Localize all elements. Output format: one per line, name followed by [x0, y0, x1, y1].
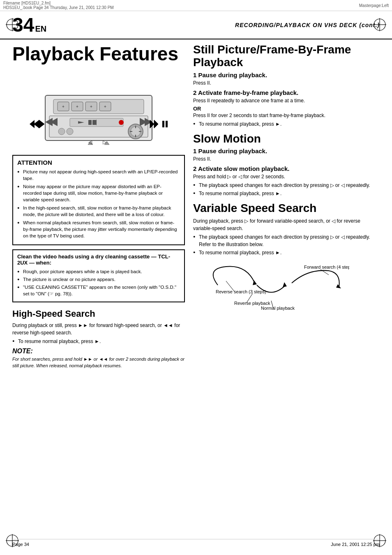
svg-text:+: + — [90, 104, 92, 109]
footer-right: June 21, 2001 12:25 pm — [331, 542, 380, 547]
filename-label: Filename [HDS1EU_2.fm] — [3, 1, 114, 5]
svg-point-34 — [67, 128, 73, 135]
still-step1-num: 1 — [193, 71, 196, 78]
header-bar: Filename [HDS1EU_2.fm] HDS1EU_.book Page… — [0, 0, 392, 11]
still-step1-body: Press II. — [193, 79, 380, 87]
still-step2-body1: Press II repeatedly to advance one frame… — [193, 97, 380, 104]
still-step2-num: 2 — [193, 89, 196, 96]
attention-list: Picture may not appear during high-speed… — [17, 168, 180, 240]
high-speed-search-section: High-Speed Search During playback or sti… — [12, 309, 185, 369]
clean-title: Clean the video heads using a dry cleani… — [17, 253, 180, 266]
still-step2: 2 Activate frame-by-frame playback. Pres… — [193, 89, 380, 128]
attention-item-1: Picture may not appear during high-speed… — [17, 168, 180, 182]
clean-item-1: Rough, poor picture appears while a tape… — [17, 268, 180, 275]
slow-step1-num: 1 — [193, 147, 196, 154]
hs-bullets: To resume normal playback, press ►. — [12, 338, 185, 345]
slow-step2-bullet-1: The playback speed changes for each dire… — [193, 182, 380, 189]
slow-step1: 1 Pause during playback. Press II. — [193, 147, 380, 163]
still-step1-heading: 1 Pause during playback. — [193, 71, 380, 78]
still-step2-label: Activate frame-by-frame playback. — [198, 89, 298, 96]
slow-step2-heading: 2 Activate slow motion playback. — [193, 165, 380, 172]
footer: Page 34 June 21, 2001 12:25 pm — [12, 539, 380, 547]
attention-box: ATTENTION Picture may not appear during … — [12, 155, 185, 245]
note-label: NOTE: — [12, 348, 185, 355]
still-picture-title: Still Picture/Frame-By-Frame Playback — [193, 44, 380, 69]
speed-svg: Reverse search (3 steps) Reverse playbac… — [193, 260, 349, 314]
slow-step2: 2 Activate slow motion playback. Press a… — [193, 165, 380, 197]
svg-marker-43 — [154, 120, 158, 128]
clean-item-3: "USE CLEANING CASSETTE" appears on the s… — [17, 284, 180, 297]
still-step2-bullets: To resume normal playback, press ►. — [193, 120, 380, 128]
clean-list: Rough, poor picture appears while a tape… — [17, 268, 180, 297]
still-step2-heading: 2 Activate frame-by-frame playback. — [193, 89, 380, 96]
reverse-playback-label: Reverse playback — [234, 301, 270, 306]
slow-step1-label: Pause during playback. — [198, 147, 267, 154]
footer-left: Page 34 — [12, 542, 29, 547]
svg-point-28 — [119, 120, 124, 125]
still-picture-section: Still Picture/Frame-By-Frame Playback 1 … — [193, 44, 380, 128]
page-header: 34EN RECORDING/PLAYBACK ON VHS DECK (con… — [0, 11, 392, 39]
hs-title: High-Speed Search — [12, 309, 185, 319]
slow-motion-title: Slow Motion — [193, 133, 380, 145]
hs-body: During playback or still, press ►► for f… — [12, 322, 185, 336]
variable-speed-bullet-2: To resume normal playback, press ►. — [193, 249, 380, 256]
slow-step2-bullets: The playback speed changes for each dire… — [193, 182, 380, 197]
vcr-diagram: + + + + — [29, 71, 168, 149]
reverse-search-label: Reverse search (3 steps) — [216, 289, 266, 294]
svg-point-33 — [58, 128, 65, 135]
svg-marker-45 — [30, 120, 35, 128]
note-body: For short searches, press and hold ►► or… — [12, 356, 185, 369]
svg-marker-53 — [336, 284, 341, 288]
attention-title: ATTENTION — [17, 159, 180, 166]
still-step1-label: Pause during playback. — [198, 71, 267, 78]
forward-search-label: Forward search (4 steps) — [304, 265, 349, 269]
variable-speed-bullet-1: The playback speed changes for each dire… — [193, 233, 380, 248]
page-header-title: RECORDING/PLAYBACK ON VHS DECK (cont.) — [235, 22, 380, 28]
variable-speed-bullets: The playback speed changes for each dire… — [193, 233, 380, 256]
masterpage-label: Masterpage:Left — [359, 3, 389, 8]
hs-bullet-1: To resume normal playback, press ►. — [12, 338, 185, 345]
svg-rect-47 — [166, 121, 168, 127]
svg-text:+: + — [104, 104, 106, 109]
header-left: Filename [HDS1EU_2.fm] HDS1EU_.book Page… — [3, 1, 114, 10]
slow-step2-label: Activate slow motion playback. — [198, 165, 290, 172]
attention-item-2: Noise may appear or the picture may appe… — [17, 183, 180, 203]
left-column: Playback Features + + + + — [12, 44, 185, 369]
attention-item-3: In the high-speed search, still, slow mo… — [17, 205, 180, 218]
header-right: Masterpage:Left — [359, 3, 389, 8]
page-num-digits: 34 — [12, 14, 34, 36]
normal-playback-label: Normal playback — [261, 306, 295, 311]
variable-speed-section: Variable Speed Search During playback, p… — [193, 202, 380, 314]
still-step2-bullet: To resume normal playback, press ►. — [193, 120, 380, 128]
main-content: Playback Features + + + + — [0, 39, 392, 373]
clean-item-2: The picture is unclear or no picture app… — [17, 276, 180, 283]
slow-step2-bullet-2: To resume normal playback, press ►. — [193, 190, 380, 197]
right-column: Still Picture/Frame-By-Frame Playback 1 … — [193, 44, 380, 369]
still-step2-body2: Press II for over 2 seconds to start fra… — [193, 112, 380, 119]
svg-rect-46 — [162, 121, 164, 127]
still-or-text: OR — [193, 106, 380, 112]
book-info-label: HDS1EU_.book Page 34 Thursday, June 21, … — [3, 5, 114, 10]
clean-box: Clean the video heads using a dry cleani… — [12, 249, 185, 302]
svg-text:◁: ◁ — [88, 139, 92, 145]
slow-motion-section: Slow Motion 1 Pause during playback. Pre… — [193, 133, 380, 198]
svg-marker-41 — [39, 120, 44, 128]
slow-step1-heading: 1 Pause during playback. — [193, 147, 380, 154]
vcr-image: + + + + — [29, 69, 168, 151]
svg-text:+: + — [76, 104, 78, 109]
slow-step2-num: 2 — [193, 165, 196, 172]
svg-text:+: + — [62, 104, 65, 109]
page-number: 34EN — [12, 14, 46, 36]
speed-diagram: Reverse search (3 steps) Reverse playbac… — [193, 260, 349, 314]
slow-step2-body: Press and hold ▷ or ◁ for over 2 seconds… — [193, 173, 380, 180]
attention-item-4: When normal playback resumes from search… — [17, 219, 180, 239]
still-step1: 1 Pause during playback. Press II. — [193, 71, 380, 87]
svg-text:▷: ▷ — [103, 139, 107, 145]
slow-step1-body: Press II. — [193, 155, 380, 163]
page-num-suffix: EN — [35, 24, 46, 34]
variable-speed-title: Variable Speed Search — [193, 202, 380, 215]
svg-marker-54 — [283, 282, 287, 287]
svg-rect-25 — [88, 120, 92, 125]
variable-speed-body: During playback, press ▷ for forward var… — [193, 217, 380, 232]
main-title: Playback Features — [12, 44, 185, 64]
